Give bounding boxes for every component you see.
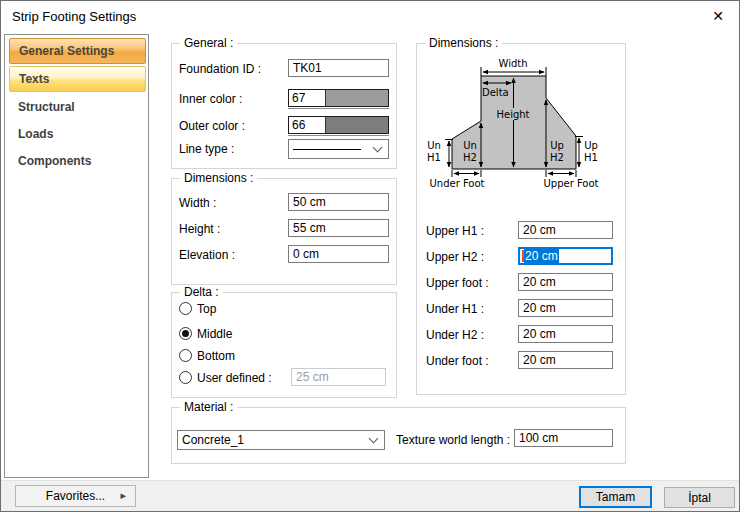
diagram-un-h1-label-line1: Un — [427, 140, 441, 151]
strip-footing-settings-dialog: Strip Footing Settings ✕ General Setting… — [0, 0, 740, 512]
dialog-title: Strip Footing Settings — [12, 9, 136, 24]
diagram-width-label: Width — [498, 58, 527, 69]
footing-cross-section-diagram: Width Delta Height Un H2 Up H2 Un H1 Up … — [416, 56, 626, 198]
arrow-right-icon: ▸ — [120, 489, 126, 502]
diagram-up-h1-label-line2: H1 — [584, 152, 598, 163]
diagram-up-h2-label-line2: H2 — [550, 152, 564, 163]
sidebar-item-general-settings[interactable]: General Settings — [9, 38, 146, 64]
cancel-button[interactable]: İptal — [664, 487, 735, 508]
diagram-up-h2-label-line1: Up — [550, 140, 564, 151]
elevation-label: Elevation : — [179, 248, 235, 262]
inner-color-value: 67 — [289, 90, 326, 106]
height-field[interactable]: 55 cm — [288, 219, 389, 237]
inner-color-swatch — [326, 90, 388, 106]
material-dropdown[interactable]: Concrete_1 — [177, 430, 385, 450]
diagram-height-label: Height — [496, 109, 529, 120]
outer-color-value: 66 — [289, 117, 326, 133]
line-type-label: Line type : — [179, 142, 234, 156]
sidebar-item-loads[interactable]: Loads — [9, 124, 146, 144]
delta-middle-radio[interactable] — [179, 327, 192, 340]
diagram-delta-label: Delta — [482, 87, 509, 98]
texture-world-length-field[interactable]: 100 cm — [514, 429, 613, 447]
chevron-down-icon — [373, 143, 383, 153]
upper-h1-label: Upper H1 : — [426, 224, 484, 238]
close-icon[interactable]: ✕ — [705, 5, 731, 27]
dimensions-left-legend: Dimensions : — [180, 171, 257, 185]
delta-middle-label[interactable]: Middle — [197, 327, 232, 341]
texture-world-length-label: Texture world length : — [396, 433, 510, 447]
under-foot-field[interactable]: 20 cm — [518, 351, 613, 369]
general-group-legend: General : — [180, 36, 237, 50]
chevron-down-icon — [369, 434, 379, 444]
delta-user-defined-field[interactable]: 25 cm — [291, 368, 386, 386]
dimensions-right-legend: Dimensions : — [425, 36, 502, 50]
diagram-un-h1-label-line2: H1 — [427, 152, 441, 163]
upper-h1-field[interactable]: 20 cm — [518, 221, 613, 239]
upper-h2-label: Upper H2 : — [426, 250, 484, 264]
diagram-un-h2-label-line2: H2 — [463, 152, 477, 163]
delta-user-defined-radio[interactable] — [179, 371, 192, 384]
upper-foot-field[interactable]: 20 cm — [518, 273, 613, 291]
diagram-un-h2-label-line1: Un — [463, 140, 477, 151]
delta-bottom-radio[interactable] — [179, 349, 192, 362]
delta-top-radio[interactable] — [179, 302, 192, 315]
diagram-under-foot-label: Under Foot — [430, 178, 485, 189]
elevation-field[interactable]: 0 cm — [288, 245, 389, 263]
material-selected-value: Concrete_1 — [182, 433, 244, 447]
settings-nav-sidebar: General Settings Texts Structural Loads … — [4, 34, 149, 478]
material-group-legend: Material : — [180, 400, 237, 414]
upper-foot-label: Upper foot : — [426, 276, 489, 290]
delta-bottom-label[interactable]: Bottom — [197, 349, 235, 363]
under-h1-field[interactable]: 20 cm — [518, 299, 613, 317]
inner-color-label: Inner color : — [179, 92, 242, 106]
favorites-button[interactable]: Favorites... ▸ — [15, 485, 136, 507]
under-h2-label: Under H2 : — [426, 328, 484, 342]
outer-color-label: Outer color : — [179, 119, 245, 133]
delta-group-legend: Delta : — [180, 285, 223, 299]
title-bar: Strip Footing Settings ✕ — [1, 1, 739, 31]
foundation-id-label: Foundation ID : — [179, 62, 261, 76]
diagram-up-h1-label-line1: Up — [584, 140, 598, 151]
width-label: Width : — [179, 196, 216, 210]
diagram-upper-foot-label: Upper Foot — [543, 178, 598, 189]
inner-color-picker[interactable]: 67 — [288, 89, 389, 107]
delta-top-label[interactable]: Top — [197, 302, 216, 316]
sidebar-item-texts[interactable]: Texts — [9, 66, 146, 92]
upper-h2-field[interactable]: 20 cm — [518, 247, 613, 265]
under-h2-field[interactable]: 20 cm — [518, 325, 613, 343]
under-h1-label: Under H1 : — [426, 302, 484, 316]
favorites-button-label: Favorites... — [46, 489, 105, 503]
foundation-id-field[interactable]: TK01 — [288, 59, 389, 77]
ok-button[interactable]: Tamam — [579, 486, 652, 508]
line-type-dropdown[interactable] — [288, 139, 389, 159]
line-type-sample — [293, 149, 361, 150]
under-foot-label: Under foot : — [426, 354, 489, 368]
footer-bar: Favorites... ▸ Tamam İptal — [1, 480, 740, 512]
sidebar-item-structural[interactable]: Structural — [9, 97, 146, 117]
selected-text: 20 cm — [524, 249, 559, 263]
delta-user-defined-label[interactable]: User defined : — [197, 371, 272, 385]
width-field[interactable]: 50 cm — [288, 193, 389, 211]
sidebar-item-components[interactable]: Components — [9, 151, 146, 171]
outer-color-swatch — [326, 117, 388, 133]
height-label: Height : — [179, 222, 220, 236]
outer-color-picker[interactable]: 66 — [288, 116, 389, 134]
